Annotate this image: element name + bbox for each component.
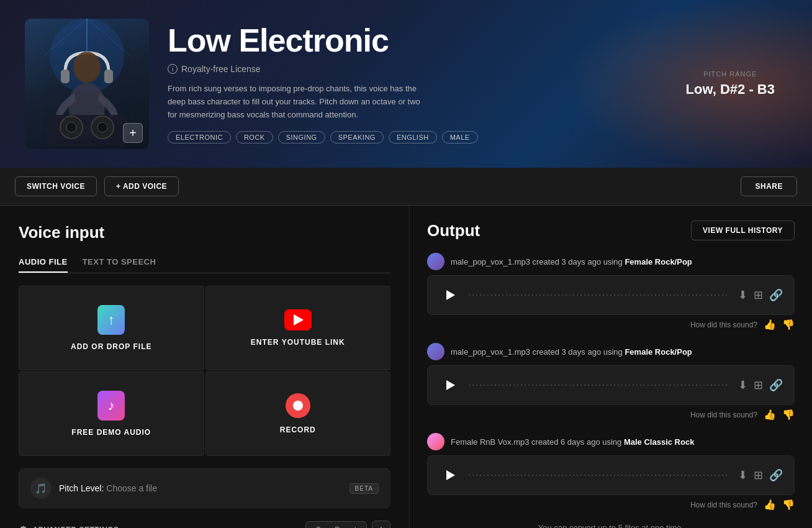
download-button-0[interactable]: ⬇ xyxy=(738,288,747,302)
tab-audio-file[interactable]: AUDIO FILE xyxy=(19,252,68,273)
thumbs-up-button-0[interactable]: 👍 xyxy=(764,319,776,330)
waveform-1 xyxy=(469,385,729,386)
image-plus-button[interactable]: + xyxy=(123,123,143,143)
output-meta-text-0: male_pop_vox_1.mp3 created 3 days ago us… xyxy=(451,257,795,266)
pitch-choose-text: Choose a file xyxy=(106,483,157,493)
voice-name-2: Male Classic Rock xyxy=(624,437,694,447)
player-actions-1: ⬇ ⊞ 🔗 xyxy=(738,378,783,392)
youtube-cell[interactable]: ENTER YOUTUBE LINK xyxy=(205,286,391,370)
hero-title: Low Electronic xyxy=(168,22,787,59)
output-title: Output xyxy=(427,221,480,240)
record-icon xyxy=(286,393,310,418)
main-content: Voice input AUDIO FILE TEXT TO SPEECH ↑ … xyxy=(0,206,812,528)
demo-audio-label: FREE DEMO AUDIO xyxy=(71,428,151,437)
music-icon: ♪ xyxy=(97,391,125,421)
share-output-button-2[interactable]: ⊞ xyxy=(754,468,763,482)
avatar-2 xyxy=(427,433,444,450)
tag-item[interactable]: ELECTRONIC xyxy=(168,131,231,143)
tags-container: ELECTRONICROCKSINGINGSPEAKINGENGLISHMALE xyxy=(168,131,787,143)
add-drop-cell[interactable]: ↑ ADD OR DROP FILE xyxy=(19,286,204,370)
share-output-button-0[interactable]: ⊞ xyxy=(754,288,763,302)
pitch-row-left: 🎵 Pitch Level: Choose a file xyxy=(30,478,157,499)
output-meta-1: male_pop_vox_1.mp3 created 3 days ago us… xyxy=(427,343,795,360)
add-voice-button[interactable]: + ADD VOICE xyxy=(104,176,179,196)
download-button-2[interactable]: ⬇ xyxy=(738,468,747,482)
share-output-button-1[interactable]: ⊞ xyxy=(754,378,763,392)
pitch-range-label: PITCH RANGE xyxy=(686,70,775,78)
gear-icon: ⚙ xyxy=(19,524,28,529)
waveform-0 xyxy=(469,294,729,296)
link-button-1[interactable]: 🔗 xyxy=(769,378,783,392)
bottom-bar: ⚙ ADVANCED SETTINGS Save Preset + xyxy=(19,518,390,528)
output-meta-text-1: male_pop_vox_1.mp3 created 3 days ago us… xyxy=(451,347,795,357)
player-actions-0: ⬇ ⊞ 🔗 xyxy=(738,288,783,302)
output-item: Female RnB Vox.mp3 created 6 days ago us… xyxy=(427,433,795,511)
svg-rect-2 xyxy=(104,70,113,83)
switch-voice-button[interactable]: SWITCH VOICE xyxy=(15,176,97,196)
pitch-level-text: Pitch Level: Choose a file xyxy=(59,483,157,493)
play-triangle-0 xyxy=(446,290,455,300)
thumbs-up-button-2[interactable]: 👍 xyxy=(764,499,776,511)
download-button-1[interactable]: ⬇ xyxy=(738,378,747,392)
beta-badge: BETA xyxy=(350,483,379,494)
tag-item[interactable]: SPEAKING xyxy=(330,131,384,143)
svg-point-8 xyxy=(97,122,107,132)
link-button-2[interactable]: 🔗 xyxy=(769,468,783,482)
tag-item[interactable]: ROCK xyxy=(236,131,273,143)
hero-image: + xyxy=(25,19,149,149)
audio-player-0: ⬇ ⊞ 🔗 xyxy=(427,275,795,315)
thumbs-down-button-1[interactable]: 👎 xyxy=(782,409,795,421)
feedback-label-0: How did this sound? xyxy=(690,321,757,329)
tag-item[interactable]: MALE xyxy=(442,131,478,143)
output-meta-0: male_pop_vox_1.mp3 created 3 days ago us… xyxy=(427,253,795,270)
save-preset-button[interactable]: Save Preset xyxy=(305,521,367,528)
tab-text-to-speech[interactable]: TEXT TO SPEECH xyxy=(83,252,156,273)
left-panel: Voice input AUDIO FILE TEXT TO SPEECH ↑ … xyxy=(0,206,410,528)
avatar-0 xyxy=(427,253,444,270)
voice-name-0: Female Rock/Pop xyxy=(625,257,692,266)
demo-audio-cell[interactable]: ♪ FREE DEMO AUDIO xyxy=(19,371,204,456)
play-button-0[interactable] xyxy=(439,284,460,306)
feedback-row-2: How did this sound? 👍 👎 xyxy=(427,499,795,511)
svg-point-6 xyxy=(66,122,76,132)
output-item: male_pop_vox_1.mp3 created 3 days ago us… xyxy=(427,343,795,421)
record-cell[interactable]: RECORD xyxy=(205,371,391,456)
play-button-2[interactable] xyxy=(439,465,460,486)
advanced-settings-button[interactable]: ⚙ ADVANCED SETTINGS xyxy=(19,524,119,529)
add-drop-label: ADD OR DROP FILE xyxy=(71,342,151,351)
svg-rect-1 xyxy=(61,70,70,83)
tabs-container: AUDIO FILE TEXT TO SPEECH xyxy=(19,252,390,273)
waveform-2 xyxy=(469,475,729,476)
audio-player-2: ⬇ ⊞ 🔗 xyxy=(427,455,795,495)
upload-icon: ↑ xyxy=(97,305,125,335)
pitch-range: PITCH RANGE Low, D#2 - B3 xyxy=(686,70,775,98)
add-preset-button[interactable]: + xyxy=(372,521,390,528)
avatar-1 xyxy=(427,343,444,360)
thumbs-down-button-2[interactable]: 👎 xyxy=(782,499,795,511)
tag-item[interactable]: SINGING xyxy=(278,131,325,143)
play-triangle-2 xyxy=(446,470,455,480)
share-button[interactable]: SHARE xyxy=(741,176,797,196)
svg-point-3 xyxy=(73,52,101,83)
tag-item[interactable]: ENGLISH xyxy=(389,131,437,143)
view-history-button[interactable]: VIEW FULL HISTORY xyxy=(691,221,795,240)
right-panel: Output VIEW FULL HISTORY male_pop_vox_1.… xyxy=(410,206,812,528)
hero-description: From rich sung verses to imposing pre-dr… xyxy=(168,83,428,121)
thumbs-up-button-1[interactable]: 👍 xyxy=(764,409,776,421)
pitch-range-value: Low, D#2 - B3 xyxy=(686,81,775,98)
play-button-1[interactable] xyxy=(439,375,460,396)
license-icon: i xyxy=(168,64,178,74)
svg-rect-4 xyxy=(47,115,127,146)
pitch-icon: 🎵 xyxy=(30,478,52,499)
file-grid: ↑ ADD OR DROP FILE ENTER YOUTUBE LINK ♪ … xyxy=(19,286,390,456)
thumbs-down-button-0[interactable]: 👎 xyxy=(782,319,795,330)
player-actions-2: ⬇ ⊞ 🔗 xyxy=(738,468,783,482)
link-button-0[interactable]: 🔗 xyxy=(769,288,783,302)
youtube-icon xyxy=(284,309,312,330)
audio-player-1: ⬇ ⊞ 🔗 xyxy=(427,365,795,405)
record-label: RECORD xyxy=(280,426,316,434)
voice-input-title: Voice input xyxy=(19,223,390,242)
youtube-label: ENTER YOUTUBE LINK xyxy=(251,338,345,347)
output-meta-text-2: Female RnB Vox.mp3 created 6 days ago us… xyxy=(451,437,795,447)
toolbar-left: SWITCH VOICE + ADD VOICE xyxy=(15,176,179,196)
